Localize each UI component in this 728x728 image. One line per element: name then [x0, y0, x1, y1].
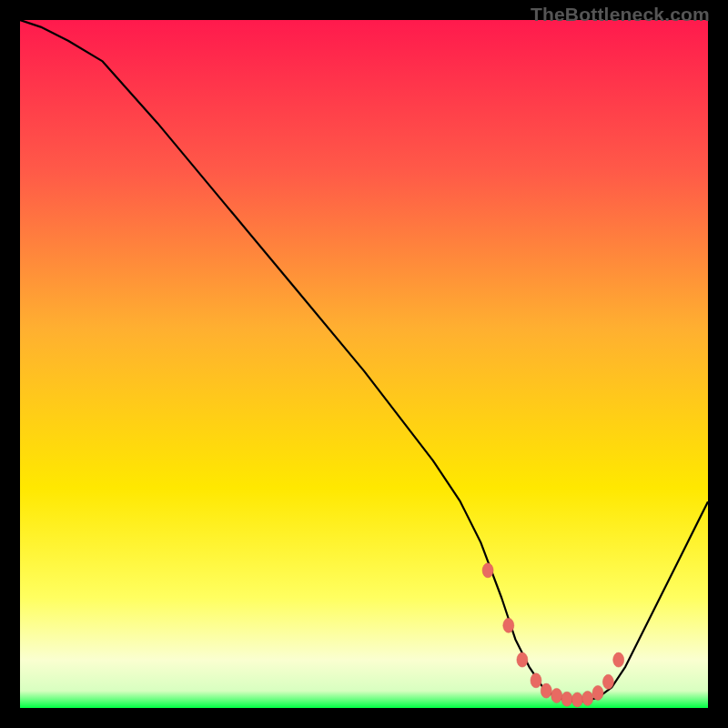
watermark-text: TheBottleneck.com — [531, 4, 710, 25]
sweet-spot-marker — [482, 563, 493, 578]
sweet-spot-marker — [561, 692, 572, 706]
sweet-spot-marker — [592, 685, 603, 700]
sweet-spot-marker — [503, 618, 514, 632]
sweet-spot-marker — [551, 688, 562, 703]
sweet-spot-marker — [582, 691, 593, 705]
sweet-spot-marker — [517, 652, 528, 667]
chart-container: TheBottleneck.com — [0, 0, 728, 728]
sweet-spot-marker — [602, 674, 613, 689]
sweet-spot-marker — [613, 652, 624, 667]
sweet-spot-marker — [531, 673, 541, 688]
chart-svg — [20, 20, 708, 708]
sweet-spot-marker — [541, 683, 551, 698]
plot-area — [20, 20, 708, 708]
gradient-background — [20, 20, 708, 708]
sweet-spot-marker — [571, 693, 582, 707]
